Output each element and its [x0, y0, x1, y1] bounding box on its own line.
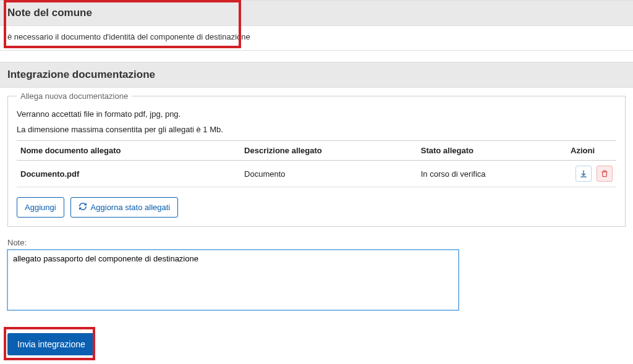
note-label: Note: [7, 238, 626, 247]
hint-size: La dimensione massima consentita per gli… [17, 125, 616, 134]
cell-name: Documento.pdf [17, 161, 240, 187]
note-comune-header: Note del comune [0, 0, 633, 26]
delete-icon[interactable] [597, 166, 613, 182]
integrazione-header: Integrazione documentazione [0, 62, 633, 88]
refresh-button[interactable]: Aggiorna stato allegati [70, 197, 179, 218]
col-name: Nome documento allegato [17, 141, 240, 161]
col-state: Stato allegato [417, 141, 567, 161]
send-integration-button[interactable]: Invia integrazione [7, 333, 95, 355]
refresh-button-label: Aggiorna stato allegati [91, 203, 171, 212]
col-actions: Azioni [567, 141, 616, 161]
attachments-legend: Allega nuova documentazione [17, 91, 132, 101]
table-row: Documento.pdf Documento In corso di veri… [17, 161, 616, 187]
add-button[interactable]: Aggiungi [17, 197, 64, 218]
col-desc: Descrizione allegato [240, 141, 417, 161]
integrazione-title: Integrazione documentazione [7, 69, 626, 81]
note-comune-title: Note del comune [7, 7, 626, 19]
cell-desc: Documento [240, 161, 417, 187]
download-icon[interactable] [576, 166, 592, 182]
note-textarea[interactable] [7, 250, 459, 310]
cell-state: In corso di verifica [417, 161, 567, 187]
attachments-table: Nome documento allegato Descrizione alle… [17, 140, 616, 187]
note-comune-message: è necessario il documento d'identità del… [0, 26, 633, 51]
refresh-icon [79, 202, 87, 213]
hint-formats: Verranno accettati file in formato pdf, … [17, 109, 616, 119]
attachments-fieldset: Allega nuova documentazione Verranno acc… [7, 91, 626, 227]
